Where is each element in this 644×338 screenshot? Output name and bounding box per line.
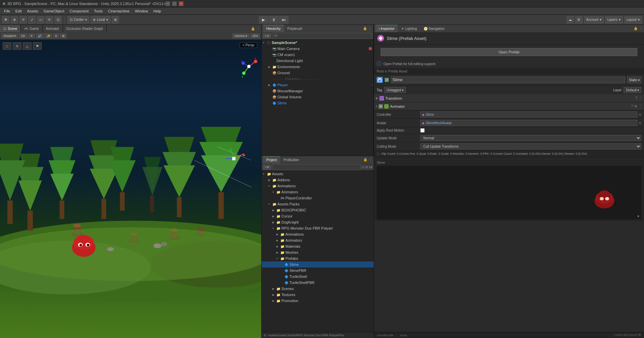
menu-file[interactable]: File — [1, 8, 13, 14]
project-rpg-animations[interactable]: ▶ 📁 Animations — [262, 231, 374, 237]
tab-animator[interactable]: Animator — [43, 25, 63, 32]
hierarchy-item-player[interactable]: ▶ 🔷 Player › — [262, 82, 373, 88]
close-button[interactable]: ✕ — [179, 1, 183, 6]
minimize-button[interactable]: — — [165, 1, 170, 6]
panel-lock-icon[interactable]: 🔒 — [251, 27, 255, 31]
2d-toggle[interactable]: 2D — [19, 34, 27, 38]
animator-settings-icon[interactable]: ⚙ — [634, 104, 637, 108]
project-player-controller[interactable]: 🎮 PlayerController — [262, 195, 374, 201]
tab-lighting[interactable]: ☀ Lighting — [398, 25, 420, 32]
scene-extra-2[interactable]: ⊞ — [60, 34, 67, 38]
tab-navigation[interactable]: 🧭 Navigation — [420, 25, 448, 32]
object-active-checkbox[interactable] — [385, 78, 389, 82]
hierarchy-item-main-camera[interactable]: 📷 Main Camera — [262, 46, 373, 52]
settings-btn[interactable]: ⚙ — [575, 16, 583, 23]
transform-header[interactable]: ▶ Transform ? ⋮ — [374, 94, 644, 102]
tool-extra[interactable]: ⊞ — [112, 16, 119, 23]
tool-scale[interactable]: ⤢ — [28, 16, 36, 23]
open-prefab-button[interactable]: Open Prefab — [381, 48, 637, 56]
tab-hierarchy[interactable]: Hierarchy — [263, 25, 284, 32]
hierarchy-item-global-volume[interactable]: 📦 Global Volume — [262, 94, 373, 100]
culling-mode-dropdown[interactable]: Cull Update Transforms — [420, 143, 641, 149]
tab-polybrush[interactable]: Polybrush — [284, 25, 306, 32]
transform-more-icon[interactable]: ⋮ — [639, 96, 642, 100]
avatar-obj-ref[interactable]: ◆ SlimeMeshAvatar — [420, 120, 637, 126]
pivot-center-dropdown[interactable]: ⊡ Center ▾ — [67, 16, 89, 23]
hierarchy-lock-icon[interactable]: 🔒 — [363, 27, 367, 31]
tab-inspector[interactable]: ℹ Inspector — [375, 25, 398, 32]
project-search[interactable] — [272, 164, 361, 170]
lighting-toggle[interactable]: ☀ — [28, 34, 35, 38]
animator-help-icon[interactable]: ? — [631, 104, 633, 108]
hierarchy-item-dir-light[interactable]: ☀ Directional Light — [262, 58, 373, 64]
account-dropdown[interactable]: Account ▾ — [584, 16, 604, 23]
tag-dropdown[interactable]: Untagged ▾ — [384, 87, 406, 93]
transform-help-icon[interactable]: ? — [635, 96, 637, 100]
hierarchy-search[interactable] — [272, 33, 372, 39]
tool-move[interactable]: ⊕ — [11, 16, 18, 23]
project-turtle-shell[interactable]: 🔷 TurtleShell — [262, 274, 374, 280]
scene-menu-icon[interactable]: ⋮ — [370, 41, 373, 45]
hierarchy-scene-root[interactable]: ▾ ⬡ SampleScene* ⋮ — [262, 40, 373, 46]
gizmos-dropdown[interactable]: Gizmos ▾ — [232, 34, 249, 38]
inspector-menu-icon[interactable]: ⋮ — [639, 27, 643, 31]
search-all-dropdown[interactable]: All ▾ — [250, 34, 260, 38]
project-dogknight[interactable]: ▶ 📁 DogKnight — [262, 219, 374, 225]
pause-button[interactable]: ⏸ — [269, 16, 278, 23]
overlay-rotate-tool[interactable]: △ — [23, 42, 32, 50]
layers-dropdown[interactable]: Layers ▾ — [605, 16, 623, 23]
scene-viewport[interactable]: □ ✛ △ ⚑ < Persp x y — [0, 40, 261, 338]
add-object-button[interactable]: + ▾ — [263, 34, 271, 38]
project-addons[interactable]: ▶ 📁 Addons — [262, 177, 374, 183]
pivot-global-dropdown[interactable]: ⊛ Local ▾ — [91, 16, 110, 23]
animator-header[interactable]: ▾ Animator ? ⚙ ⋮ — [374, 102, 644, 110]
hierarchy-menu-icon[interactable]: ⋮ — [368, 27, 372, 31]
step-button[interactable]: ⏭ — [279, 16, 288, 23]
layout-dropdown[interactable]: Layout ▾ — [624, 16, 642, 23]
fx-toggle[interactable]: ✨ — [45, 34, 52, 38]
tab-occlusion-shader[interactable]: Occlusion Shader Graph — [63, 25, 107, 32]
tool-custom[interactable]: ⊡ — [54, 16, 62, 23]
play-button[interactable]: ▶ — [259, 16, 268, 23]
update-mode-dropdown[interactable]: Normal — [420, 135, 641, 141]
controller-pick-icon[interactable]: ⊙ — [639, 113, 641, 116]
project-lock-icon[interactable]: 🔒 — [363, 158, 367, 162]
animator-more-icon[interactable]: ⋮ — [639, 104, 642, 108]
object-name-input[interactable] — [391, 77, 625, 83]
project-promotion[interactable]: ▶ 📁 Promotion — [262, 298, 374, 304]
root-motion-checkbox[interactable] — [420, 128, 425, 133]
inspector-lock-icon[interactable]: 🔒 — [634, 27, 638, 31]
tool-rect[interactable]: ▭ — [37, 16, 44, 23]
overlay-move-tool[interactable]: ✛ — [13, 42, 21, 50]
project-rpg-monster[interactable]: ▾ 📁 RPG Monster Duo PBR Polyart — [262, 225, 374, 231]
controller-obj-ref[interactable]: ◆ Slime — [420, 111, 637, 117]
project-assets-root[interactable]: ▾ 📁 Assets — [262, 171, 374, 177]
cloud-btn[interactable]: ☁ — [567, 16, 574, 23]
menu-tools[interactable]: Tools — [91, 8, 105, 14]
panel-menu-icon[interactable]: ⋮ — [256, 27, 260, 31]
project-boxophobic[interactable]: ▶ 📁 BOXOPHOBIC — [262, 207, 374, 213]
project-prefabs[interactable]: ▾ 📁 Prefabs — [262, 255, 374, 261]
tool-rotate[interactable]: ↺ — [19, 16, 27, 23]
hierarchy-item-slime[interactable]: 🔷 Slime — [262, 100, 373, 106]
project-textures[interactable]: ▶ 📁 Textures — [262, 292, 374, 298]
project-icon-1[interactable]: ⊡ — [362, 165, 364, 169]
project-add-button[interactable]: + ▾ — [263, 165, 271, 170]
project-animations[interactable]: ▾ 📁 Animations — [262, 183, 374, 189]
menu-cinemachine[interactable]: Cinemachine — [105, 8, 132, 14]
menu-help[interactable]: Help — [151, 8, 164, 14]
audio-toggle[interactable]: 🔊 — [36, 34, 44, 38]
layer-dropdown[interactable]: Default ▾ — [624, 87, 641, 93]
tab-game[interactable]: 🎮 Game — [21, 25, 42, 32]
menu-edit[interactable]: Edit — [13, 8, 24, 14]
hierarchy-item-ground[interactable]: 📦 Ground — [262, 70, 373, 76]
project-slime-prefab[interactable]: 🔷 Slime — [262, 261, 374, 268]
maximize-button[interactable]: □ — [172, 1, 177, 6]
tab-scene[interactable]: ⬡ Scene — [0, 25, 21, 32]
project-animators[interactable]: ▾ 📁 Animators — [262, 189, 374, 195]
project-materials[interactable]: ▶ 📁 Materials — [262, 243, 374, 249]
tab-project[interactable]: Project — [263, 156, 280, 163]
tool-transform[interactable]: ⟳ — [46, 16, 53, 23]
static-dropdown[interactable]: Static ▾ — [627, 77, 641, 83]
project-menu-icon[interactable]: ⋮ — [369, 158, 372, 162]
